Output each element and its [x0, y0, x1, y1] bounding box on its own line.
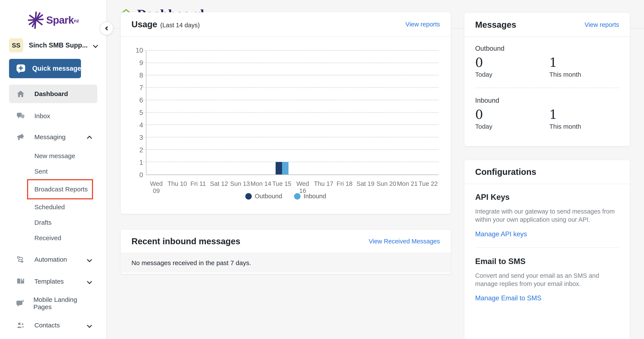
inbound-month-value: 1: [549, 108, 624, 122]
manage-email-to-sms-link[interactable]: Manage Email to SMS: [475, 294, 541, 302]
y-axis-label: 1: [140, 159, 143, 166]
chevron-down-icon: [87, 323, 92, 328]
messages-card-title: Messages: [475, 20, 516, 30]
x-axis-label: Sun 13: [230, 180, 250, 194]
spark-star-icon: [27, 11, 44, 29]
sidebar-item-label: Automation: [34, 256, 67, 263]
sidebar-item-mobile-landing-pages[interactable]: Mobile Landing Pages: [9, 295, 97, 312]
divider: [475, 248, 619, 248]
chevron-up-icon: [87, 136, 92, 141]
chevron-down-icon: [87, 279, 92, 284]
x-axis-label: Wed 16: [292, 180, 313, 194]
usage-card: Usage(Last 14 days) View reports 0123456…: [121, 12, 451, 214]
chart-column: [355, 50, 376, 174]
chart-column: [251, 50, 272, 174]
x-axis-label: Wed 09: [146, 180, 167, 194]
view-received-messages-link[interactable]: View Received Messages: [368, 238, 440, 245]
manage-api-keys-link[interactable]: Manage API keys: [475, 230, 527, 238]
y-axis-label: 3: [140, 134, 143, 142]
recent-card-title: Recent inbound messages: [132, 236, 240, 246]
logo-text: Spark: [46, 14, 74, 26]
view-reports-link[interactable]: View reports: [405, 21, 440, 28]
x-axis-label: Tue 22: [418, 180, 439, 194]
y-axis-label: 4: [140, 122, 143, 129]
chart-column: [292, 50, 314, 174]
view-reports-link[interactable]: View reports: [584, 21, 619, 28]
email-to-sms-description: Convert and send your email as an SMS an…: [475, 272, 619, 288]
people-icon: [16, 322, 25, 329]
sidebar-item-label: Messaging: [34, 134, 66, 141]
outbound-today-value: 0: [475, 56, 549, 70]
account-switcher[interactable]: SS Sinch SMB Supp...: [9, 38, 97, 52]
legend-label: Outbound: [255, 193, 282, 200]
spark-logo: Sparknz: [0, 0, 106, 30]
x-axis-label: Tue 15: [271, 180, 292, 194]
divider: [475, 88, 619, 88]
today-label: Today: [475, 123, 549, 130]
sidebar: Sparknz SS Sinch SMB Supp... Quick messa…: [0, 0, 107, 339]
y-axis-label: 9: [140, 59, 143, 67]
avatar: SS: [9, 38, 23, 52]
y-axis-label: 10: [136, 46, 143, 54]
chart-column: [334, 50, 355, 174]
x-axis-label: Sat 19: [355, 180, 376, 194]
sidebar-item-templates[interactable]: Templates: [9, 273, 97, 290]
y-axis-label: 7: [140, 84, 143, 92]
sidebar-item-messaging[interactable]: Messaging: [9, 129, 97, 145]
sidebar-item-contacts[interactable]: Contacts: [9, 317, 97, 334]
chart-column: [209, 50, 230, 174]
chevron-down-icon: [93, 43, 98, 48]
chart-column: [188, 50, 209, 174]
sidebar-collapse-button[interactable]: [100, 22, 114, 35]
y-axis-label: 2: [140, 146, 143, 154]
this-month-label: This month: [549, 123, 624, 130]
subnav-item-broadcast-reports[interactable]: Broadcast Reports: [28, 180, 92, 198]
x-axis-label: Thu 17: [313, 180, 334, 194]
today-label: Today: [475, 71, 549, 78]
api-keys-title: API Keys: [475, 193, 619, 202]
messages-card: Messages View reports Outbound 0 Today 1…: [464, 13, 630, 146]
chart-column: [418, 50, 439, 174]
sidebar-item-inbox[interactable]: Inbox: [9, 108, 97, 124]
quick-message-button[interactable]: Quick message: [9, 59, 81, 78]
subnav-item-new-message[interactable]: New message: [0, 148, 106, 164]
y-axis-label: 5: [140, 109, 143, 117]
chart-column: [376, 50, 397, 174]
messaging-subnav: New message Sent Broadcast Reports Sched…: [0, 148, 106, 246]
main-content: Dashboard Usage(Last 14 days) View repor…: [107, 0, 644, 339]
chat-bubbles-icon: [16, 112, 25, 120]
chevron-down-icon: [87, 257, 92, 262]
usage-chart-legend: OutboundInbound: [121, 193, 451, 200]
sidebar-item-automation[interactable]: Automation: [9, 251, 97, 268]
email-to-sms-title: Email to SMS: [475, 257, 619, 266]
sidebar-item-dashboard[interactable]: Dashboard: [9, 85, 97, 103]
configurations-card-title: Configurations: [475, 167, 536, 177]
subnav-item-received[interactable]: Received: [0, 230, 106, 246]
bar-inbound: [282, 162, 288, 174]
legend-item: Outbound: [245, 193, 282, 200]
subnav-item-sent[interactable]: Sent: [0, 164, 106, 179]
outbound-month-value: 1: [549, 56, 624, 70]
x-axis-label: Fri 11: [188, 180, 208, 194]
account-name: Sinch SMB Supp...: [29, 42, 94, 49]
sidebar-item-label: Contacts: [34, 322, 60, 329]
api-keys-description: Integrate with our gateway to send messa…: [475, 207, 619, 224]
chart-column: [230, 50, 251, 174]
home-icon: [16, 90, 25, 98]
usage-card-title: Usage: [132, 20, 157, 29]
outbound-label: Outbound: [475, 45, 619, 52]
this-month-label: This month: [549, 71, 624, 78]
subnav-item-drafts[interactable]: Drafts: [0, 215, 106, 230]
bar-outbound: [276, 162, 282, 174]
workflow-icon: [16, 256, 25, 263]
sidebar-item-label: Mobile Landing Pages: [33, 296, 90, 311]
sidebar-bottom-nav: Automation Templates: [0, 251, 106, 334]
usage-chart-xlabels: Wed 09Thu 10Fri 11Sat 12Sun 13Mon 14Tue …: [146, 180, 439, 194]
chart-column: [397, 50, 418, 174]
sidebar-item-label: Templates: [34, 278, 64, 285]
subnav-item-scheduled[interactable]: Scheduled: [0, 199, 106, 215]
sidebar-item-label: Dashboard: [34, 90, 68, 98]
x-axis-label: Mon 14: [250, 180, 271, 194]
usage-chart-ylabels: 012345678910: [127, 50, 143, 175]
y-axis-label: 0: [140, 171, 143, 179]
